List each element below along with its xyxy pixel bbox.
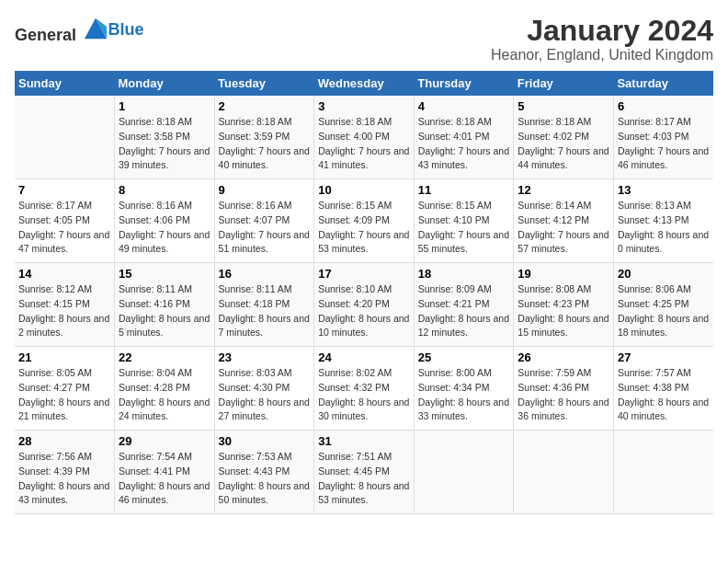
day-number: 7 (18, 183, 110, 197)
day-number: 29 (119, 434, 210, 448)
calendar-cell: 1Sunrise: 8:18 AMSunset: 3:58 PMDaylight… (115, 96, 215, 179)
day-number: 10 (318, 183, 410, 197)
cell-info: Sunrise: 8:17 AMSunset: 4:03 PMDaylight:… (618, 115, 710, 173)
day-number: 13 (618, 183, 710, 197)
logo: General Blue (15, 15, 144, 45)
day-number: 30 (219, 434, 311, 448)
calendar-cell: 7Sunrise: 8:17 AMSunset: 4:05 PMDaylight… (15, 179, 115, 263)
day-number: 28 (18, 434, 110, 448)
calendar-cell: 11Sunrise: 8:15 AMSunset: 4:10 PMDayligh… (414, 179, 514, 263)
day-number: 5 (518, 99, 609, 113)
day-number: 19 (518, 267, 609, 281)
calendar-cell: 8Sunrise: 8:16 AMSunset: 4:06 PMDaylight… (115, 179, 215, 263)
header-day-saturday: Saturday (613, 71, 713, 96)
cell-info: Sunrise: 7:57 AMSunset: 4:38 PMDaylight:… (618, 366, 710, 424)
logo-text-blue: Blue (108, 20, 144, 39)
cell-info: Sunrise: 8:15 AMSunset: 4:09 PMDaylight:… (318, 199, 410, 257)
header-day-monday: Monday (115, 71, 215, 96)
header-day-sunday: Sunday (15, 71, 115, 96)
cell-info: Sunrise: 7:53 AMSunset: 4:43 PMDaylight:… (219, 450, 311, 508)
calendar-cell (613, 431, 713, 514)
title-area: January 2024 Heanor, England, United Kin… (491, 15, 713, 63)
cell-info: Sunrise: 8:18 AMSunset: 3:58 PMDaylight:… (119, 115, 210, 173)
day-number: 20 (618, 267, 710, 281)
cell-info: Sunrise: 8:18 AMSunset: 4:02 PMDaylight:… (518, 115, 609, 173)
calendar-cell: 25Sunrise: 8:00 AMSunset: 4:34 PMDayligh… (414, 347, 514, 431)
calendar-cell: 30Sunrise: 7:53 AMSunset: 4:43 PMDayligh… (214, 431, 314, 514)
calendar-cell: 15Sunrise: 8:11 AMSunset: 4:16 PMDayligh… (115, 263, 215, 347)
calendar-cell: 5Sunrise: 8:18 AMSunset: 4:02 PMDaylight… (514, 96, 614, 179)
day-number: 23 (219, 350, 311, 364)
calendar-cell: 2Sunrise: 8:18 AMSunset: 3:59 PMDaylight… (214, 96, 314, 179)
cell-info: Sunrise: 7:56 AMSunset: 4:39 PMDaylight:… (18, 450, 110, 508)
calendar-cell: 28Sunrise: 7:56 AMSunset: 4:39 PMDayligh… (15, 431, 115, 514)
header-day-wednesday: Wednesday (314, 71, 415, 96)
calendar-cell: 6Sunrise: 8:17 AMSunset: 4:03 PMDaylight… (613, 96, 713, 179)
cell-info: Sunrise: 8:16 AMSunset: 4:06 PMDaylight:… (119, 199, 210, 257)
week-row-1: 1Sunrise: 8:18 AMSunset: 3:58 PMDaylight… (15, 96, 713, 179)
day-number: 1 (119, 99, 210, 113)
day-number: 3 (318, 99, 410, 113)
cell-info: Sunrise: 8:14 AMSunset: 4:12 PMDaylight:… (518, 199, 609, 257)
day-number: 6 (618, 99, 710, 113)
header-row: SundayMondayTuesdayWednesdayThursdayFrid… (15, 71, 713, 96)
day-number: 14 (18, 267, 110, 281)
day-number: 26 (518, 350, 609, 364)
day-number: 2 (219, 99, 311, 113)
cell-info: Sunrise: 8:05 AMSunset: 4:27 PMDaylight:… (18, 366, 110, 424)
day-number: 17 (318, 267, 410, 281)
day-number: 24 (318, 350, 410, 364)
calendar-cell (15, 96, 115, 179)
calendar-cell: 26Sunrise: 7:59 AMSunset: 4:36 PMDayligh… (514, 347, 614, 431)
day-number: 31 (318, 434, 410, 448)
day-number: 27 (618, 350, 710, 364)
calendar-cell: 19Sunrise: 8:08 AMSunset: 4:23 PMDayligh… (514, 263, 614, 347)
calendar-cell: 27Sunrise: 7:57 AMSunset: 4:38 PMDayligh… (613, 347, 713, 431)
calendar-cell: 13Sunrise: 8:13 AMSunset: 4:13 PMDayligh… (613, 179, 713, 263)
calendar-cell: 18Sunrise: 8:09 AMSunset: 4:21 PMDayligh… (414, 263, 514, 347)
cell-info: Sunrise: 8:18 AMSunset: 4:01 PMDaylight:… (418, 115, 510, 173)
calendar-table: SundayMondayTuesdayWednesdayThursdayFrid… (15, 71, 713, 514)
cell-info: Sunrise: 7:59 AMSunset: 4:36 PMDaylight:… (518, 366, 609, 424)
cell-info: Sunrise: 7:51 AMSunset: 4:45 PMDaylight:… (318, 450, 410, 508)
cell-info: Sunrise: 8:08 AMSunset: 4:23 PMDaylight:… (518, 282, 609, 340)
calendar-cell: 16Sunrise: 8:11 AMSunset: 4:18 PMDayligh… (214, 263, 314, 347)
cell-info: Sunrise: 8:17 AMSunset: 4:05 PMDaylight:… (18, 199, 110, 257)
cell-info: Sunrise: 8:02 AMSunset: 4:32 PMDaylight:… (318, 366, 410, 424)
cell-info: Sunrise: 8:16 AMSunset: 4:07 PMDaylight:… (219, 199, 311, 257)
day-number: 11 (418, 183, 510, 197)
subtitle: Heanor, England, United Kingdom (491, 47, 713, 63)
day-number: 21 (18, 350, 110, 364)
calendar-cell: 3Sunrise: 8:18 AMSunset: 4:00 PMDaylight… (314, 96, 415, 179)
logo-icon (83, 15, 108, 40)
header: General Blue January 2024 Heanor, Englan… (15, 15, 713, 63)
calendar-cell: 12Sunrise: 8:14 AMSunset: 4:12 PMDayligh… (514, 179, 614, 263)
calendar-cell: 21Sunrise: 8:05 AMSunset: 4:27 PMDayligh… (15, 347, 115, 431)
calendar-cell: 22Sunrise: 8:04 AMSunset: 4:28 PMDayligh… (115, 347, 215, 431)
calendar-cell: 14Sunrise: 8:12 AMSunset: 4:15 PMDayligh… (15, 263, 115, 347)
day-number: 25 (418, 350, 510, 364)
calendar-cell: 31Sunrise: 7:51 AMSunset: 4:45 PMDayligh… (314, 431, 415, 514)
calendar-cell: 20Sunrise: 8:06 AMSunset: 4:25 PMDayligh… (613, 263, 713, 347)
calendar-cell: 10Sunrise: 8:15 AMSunset: 4:09 PMDayligh… (314, 179, 415, 263)
cell-info: Sunrise: 8:18 AMSunset: 4:00 PMDaylight:… (318, 115, 410, 173)
cell-info: Sunrise: 8:13 AMSunset: 4:13 PMDaylight:… (618, 199, 710, 257)
calendar-cell: 23Sunrise: 8:03 AMSunset: 4:30 PMDayligh… (214, 347, 314, 431)
cell-info: Sunrise: 8:11 AMSunset: 4:16 PMDaylight:… (119, 282, 210, 340)
main-title: January 2024 (491, 15, 713, 47)
cell-info: Sunrise: 8:18 AMSunset: 3:59 PMDaylight:… (219, 115, 311, 173)
cell-info: Sunrise: 8:03 AMSunset: 4:30 PMDaylight:… (219, 366, 311, 424)
header-day-friday: Friday (514, 71, 614, 96)
day-number: 4 (418, 99, 510, 113)
day-number: 16 (219, 267, 311, 281)
cell-info: Sunrise: 8:11 AMSunset: 4:18 PMDaylight:… (219, 282, 311, 340)
cell-info: Sunrise: 7:54 AMSunset: 4:41 PMDaylight:… (119, 450, 210, 508)
week-row-5: 28Sunrise: 7:56 AMSunset: 4:39 PMDayligh… (15, 431, 713, 514)
week-row-3: 14Sunrise: 8:12 AMSunset: 4:15 PMDayligh… (15, 263, 713, 347)
day-number: 15 (119, 267, 210, 281)
header-day-tuesday: Tuesday (214, 71, 314, 96)
calendar-cell: 4Sunrise: 8:18 AMSunset: 4:01 PMDaylight… (414, 96, 514, 179)
cell-info: Sunrise: 8:10 AMSunset: 4:20 PMDaylight:… (318, 282, 410, 340)
day-number: 9 (219, 183, 311, 197)
week-row-2: 7Sunrise: 8:17 AMSunset: 4:05 PMDaylight… (15, 179, 713, 263)
